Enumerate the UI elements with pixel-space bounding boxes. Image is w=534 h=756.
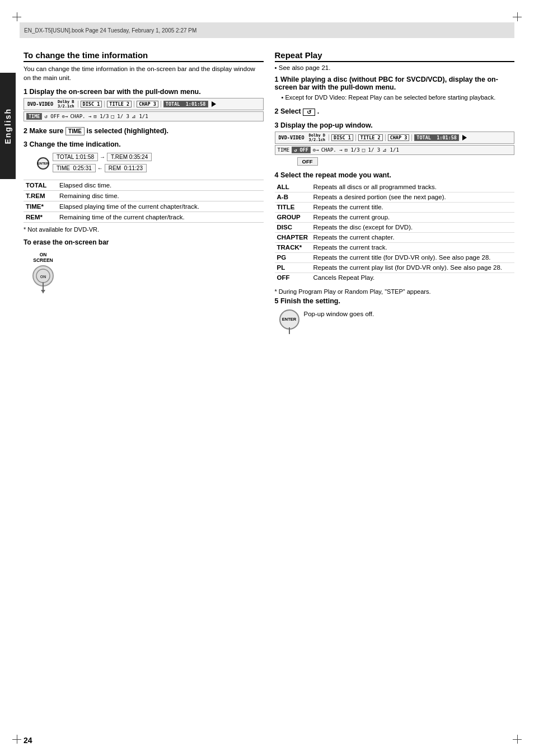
erase-title: To erase the on-screen bar [24, 238, 264, 246]
right-column: Repeat Play • See also page 21. 1 While … [275, 50, 515, 736]
left-step1-label: 1 Display the on-screen bar with the pul… [24, 88, 264, 96]
def-desc: Remaining time of the current chapter/tr… [57, 212, 264, 223]
step2-prefix: 2 Make sure [24, 127, 65, 135]
erase-section: To erase the on-screen bar ONSCREEN ON [24, 238, 264, 287]
page-header: EN_DX-T5[USUN].book Page 24 Tuesday, Feb… [20, 22, 514, 38]
repeat-desc: Cancels Repeat Play. [311, 273, 515, 283]
left-step2: 2 Make sure TIME is selected (highlighte… [24, 127, 264, 135]
select-symbol: ↺ [303, 109, 315, 116]
diagram-rows: TOTAL 1:01:58 → T.REM 0:35:24 REM 0:11:2… [53, 153, 264, 174]
language-label: English [3, 108, 12, 144]
r-bar-div3 [385, 134, 386, 141]
diagram-rem: REM 0:11:23 [105, 164, 147, 172]
repeat-desc: Repeats the current track. [311, 242, 515, 252]
r-bar-repeat-off: ↺ OFF [292, 147, 311, 153]
time-diagram: ENTER TOTAL 1:01:58 → T.REM 0:35:24 REM … [37, 153, 264, 174]
bar-time-left: TIME [26, 113, 42, 120]
r-bar-pg-11: ⊿ 1/1 [382, 147, 399, 153]
r-bar-dvdvideo: DVD-VIDEO [278, 135, 306, 140]
r-bar-circle-arrow: ⊙→ [313, 147, 319, 153]
def-row: TIME*Elapsed playing time of the current… [24, 201, 264, 212]
right-step5-body: Pop-up window goes off. [304, 311, 374, 317]
repeat-row: A-BRepeats a desired portion (see the ne… [275, 192, 515, 202]
def-desc: Elapsed disc time. [57, 180, 264, 191]
right-step5-label: 5 Finish the setting. [275, 297, 515, 305]
repeat-desc: Repeats the current title. [311, 202, 515, 212]
repeat-term: GROUP [275, 212, 311, 222]
left-step1: 1 Display the on-screen bar with the pul… [24, 88, 264, 121]
repeat-row: PGRepeats the current title (for DVD-VR … [275, 252, 515, 262]
onscreen-button-label: ONSCREEN [33, 252, 53, 263]
diagram-arrow1: → [100, 154, 105, 160]
left-subtitle: You can change the time information in t… [24, 64, 264, 82]
corner-crosshair-tl [12, 12, 21, 21]
prog-note: * During Program Play or Random Play, "S… [275, 288, 515, 295]
left-column: To change the time information You can c… [24, 50, 264, 736]
r-bar-title: TITLE 2 [358, 134, 383, 141]
repeat-desc: Repeats the current title (for DVD-VR on… [311, 252, 515, 262]
repeat-desc: Repeats the current play list (for DVD-V… [311, 262, 515, 273]
repeat-row: TITLERepeats the current title. [275, 202, 515, 212]
right-step4: 4 Select the repeat mode you want. ALLRe… [275, 171, 515, 283]
repeat-row: OFFCancels Repeat Play. [275, 273, 515, 283]
repeat-row: ALLRepeats all discs or all programmed t… [275, 182, 515, 192]
repeat-term: TRACK* [275, 242, 311, 252]
svg-marker-3 [41, 290, 45, 293]
repeat-table: ALLRepeats all discs or all programmed t… [275, 182, 515, 283]
r-bar-chap-arrow: CHAP. → [321, 147, 343, 153]
r-bar-sq-13: □ 1/ 3 [362, 147, 381, 153]
header-text: EN_DX-T5[USUN].book Page 24 Tuesday, Feb… [24, 27, 196, 34]
bar-div2 [104, 101, 105, 107]
repeat-term: CHAPTER [275, 232, 311, 242]
bar-sq-13: □ 1/ 3 [111, 114, 129, 119]
r-bar-div1 [329, 134, 329, 141]
def-row: TOTALElapsed disc time. [24, 180, 264, 191]
right-step5: 5 Finish the setting. ENTER Pop-up windo… [275, 297, 515, 330]
enter-icon-diagram: ENTER [37, 157, 49, 170]
bar-chap-arrow: CHAP. → [70, 114, 91, 119]
repeat-row: DISCRepeats the disc (except for DVD). [275, 222, 515, 232]
r-s1-num: 1 [275, 76, 280, 83]
repeat-desc: Repeats all discs or all programmed trac… [311, 182, 515, 192]
right-step2: 2 Select ↺ . [275, 107, 515, 115]
r-bar-div2 [355, 134, 356, 141]
left-step3-label: 3 Change the time indication. [24, 140, 264, 148]
right-section-title: Repeat Play [275, 50, 515, 62]
repeat-row: CHAPTERRepeats the current chapter. [275, 232, 515, 242]
bar-chap: CHAP 3 [137, 101, 158, 107]
note-text: * Not available for DVD-VR. [24, 226, 264, 233]
step2-highlight: TIME [65, 127, 85, 135]
main-content: To change the time information You can c… [24, 50, 514, 736]
r-bar-play-icon [462, 135, 467, 140]
svg-text:ON: ON [40, 275, 46, 279]
repeat-desc: Repeats the disc (except for DVD). [311, 222, 515, 232]
left-section-title: To change the time information [24, 50, 264, 62]
r-bar-disc: DISC 1 [331, 134, 353, 141]
repeat-desc: Repeats the current group. [311, 212, 515, 222]
diagram-row1: TOTAL 1:01:58 → T.REM 0:35:24 [53, 153, 264, 161]
r-bar-div4 [411, 134, 412, 141]
corner-crosshair-tr [513, 12, 522, 21]
repeat-term: A-B [275, 192, 311, 202]
bar-div4 [161, 101, 161, 107]
onscreen-button: ONSCREEN ON [32, 252, 54, 287]
bar-circle-arrow: ⊙→ [62, 114, 68, 119]
repeat-row: PLRepeats the current play list (for DVD… [275, 262, 515, 273]
r-bar-chap: CHAP 3 [388, 134, 410, 141]
r-bar-cd-13: ⊡ 1/3 [345, 147, 360, 153]
step2-suffix: is selected (highlighted). [86, 127, 168, 135]
right-step3-label: 3 Display the pop-up window. [275, 121, 515, 129]
bar-dolbyb: Dolby B3/2.1ch [57, 100, 76, 109]
bar-div3 [134, 101, 134, 107]
enter-circle-right: ENTER [279, 309, 299, 330]
right-step2-label: 2 Select ↺ . [275, 107, 515, 115]
def-row: T.REMRemaining disc time. [24, 191, 264, 201]
corner-crosshair-bl [12, 735, 21, 744]
diagram-arrow2: ← [97, 165, 103, 171]
bar-div1 [78, 101, 78, 107]
def-term: TOTAL [24, 180, 57, 191]
r-bar-total: TOTAL 1:01:58 [414, 134, 459, 141]
def-row: REM*Remaining time of the current chapte… [24, 212, 264, 223]
repeat-row: GROUPRepeats the current group. [275, 212, 515, 222]
bar-dvdvideo: DVD-VIDEO [26, 101, 54, 107]
